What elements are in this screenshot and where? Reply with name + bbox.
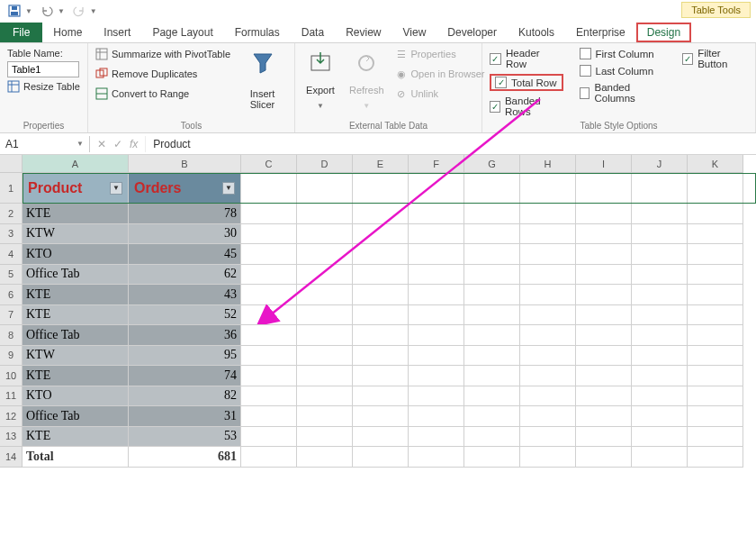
cell[interactable] [241, 305, 297, 326]
tab-view[interactable]: View [392, 23, 437, 42]
cell[interactable] [576, 346, 632, 367]
cell[interactable] [520, 265, 576, 286]
cell[interactable] [632, 204, 688, 224]
row-header[interactable]: 7 [0, 305, 22, 326]
cell[interactable] [241, 173, 297, 204]
cell[interactable] [464, 173, 520, 204]
cell[interactable] [353, 305, 409, 326]
row-header[interactable]: 14 [0, 447, 22, 468]
cell[interactable] [632, 346, 688, 367]
cell[interactable] [353, 366, 409, 386]
cell[interactable] [353, 447, 409, 468]
cell[interactable]: Office Tab [22, 406, 129, 427]
tab-kutools[interactable]: Kutools [508, 23, 565, 42]
cell[interactable] [576, 173, 632, 204]
cell[interactable] [464, 265, 520, 286]
cell[interactable] [576, 386, 632, 407]
table-name-input[interactable] [7, 61, 79, 77]
cell[interactable]: 78 [129, 204, 241, 224]
cell[interactable] [297, 427, 353, 448]
first-column-checkbox[interactable]: First Column [580, 47, 667, 60]
cell[interactable]: KTE [22, 204, 129, 224]
cell[interactable] [520, 204, 576, 224]
cell[interactable]: 74 [129, 366, 241, 386]
row-header[interactable]: 13 [0, 427, 22, 448]
cell[interactable] [241, 244, 297, 265]
cell[interactable] [409, 325, 464, 346]
fx-icon[interactable]: fx [130, 138, 138, 150]
cell[interactable] [353, 204, 409, 224]
name-box[interactable]: A1▼ [0, 136, 90, 152]
open-browser-button[interactable]: ◉Open in Browser [395, 67, 485, 81]
cell[interactable] [464, 305, 520, 326]
cell[interactable] [353, 244, 409, 265]
cell[interactable] [576, 427, 632, 448]
enter-icon[interactable]: ✓ [113, 138, 122, 150]
cell[interactable] [464, 386, 520, 407]
cell[interactable] [241, 386, 297, 407]
cell[interactable]: 62 [129, 265, 241, 286]
cell[interactable] [409, 265, 464, 286]
cell[interactable] [464, 346, 520, 367]
filter-icon[interactable]: ▼ [110, 182, 122, 195]
remove-duplicates-button[interactable]: Remove Duplicates [95, 67, 230, 81]
cell[interactable] [409, 305, 464, 326]
cell[interactable] [409, 224, 464, 245]
cell[interactable] [520, 386, 576, 407]
cell[interactable] [297, 346, 353, 367]
cell[interactable]: KTE [22, 366, 129, 386]
filter-button-checkbox[interactable]: Filter Button [682, 47, 748, 70]
row-header[interactable]: 11 [0, 386, 22, 407]
cell[interactable]: Office Tab [22, 265, 129, 286]
cell[interactable] [241, 285, 297, 305]
column-header[interactable]: F [409, 155, 464, 173]
cell[interactable] [688, 427, 743, 448]
cell[interactable] [632, 224, 688, 245]
column-header[interactable]: C [241, 155, 297, 173]
cell[interactable] [241, 447, 297, 468]
column-header[interactable]: A [22, 155, 129, 173]
tab-developer[interactable]: Developer [436, 23, 508, 42]
undo-dropdown-icon[interactable]: ▼ [58, 7, 65, 15]
row-header[interactable]: 12 [0, 406, 22, 427]
cell[interactable]: 82 [129, 386, 241, 407]
undo-icon[interactable] [38, 2, 56, 20]
cell[interactable]: 45 [129, 244, 241, 265]
cell[interactable] [409, 386, 464, 407]
column-header[interactable]: G [464, 155, 520, 173]
save-icon[interactable] [5, 2, 23, 20]
column-header[interactable]: E [353, 155, 409, 173]
cell[interactable] [688, 346, 743, 367]
cell[interactable] [241, 204, 297, 224]
cell[interactable] [520, 366, 576, 386]
cell[interactable] [409, 427, 464, 448]
cell[interactable] [632, 447, 688, 468]
cell[interactable] [688, 224, 743, 245]
cell[interactable] [297, 366, 353, 386]
cell[interactable] [688, 173, 743, 204]
cell[interactable] [576, 204, 632, 224]
cell[interactable] [353, 224, 409, 245]
cell[interactable] [409, 173, 464, 204]
cell[interactable]: KTO [22, 244, 129, 265]
cell[interactable] [241, 265, 297, 286]
cell[interactable] [464, 447, 520, 468]
cell[interactable] [520, 285, 576, 305]
cell[interactable] [464, 366, 520, 386]
cell[interactable] [464, 427, 520, 448]
cell[interactable] [520, 173, 576, 204]
cell[interactable] [464, 406, 520, 427]
row-header[interactable]: 10 [0, 366, 22, 386]
cell[interactable] [409, 406, 464, 427]
convert-range-button[interactable]: Convert to Range [95, 86, 230, 101]
cell[interactable]: Total [22, 447, 129, 468]
cell[interactable] [409, 204, 464, 224]
cell[interactable] [297, 406, 353, 427]
cell[interactable] [297, 325, 353, 346]
cell[interactable]: Office Tab [22, 325, 129, 346]
filter-icon[interactable]: ▼ [222, 182, 235, 195]
cell[interactable]: 95 [129, 346, 241, 367]
cell[interactable] [297, 265, 353, 286]
cell[interactable]: 53 [129, 427, 241, 448]
cell[interactable] [632, 406, 688, 427]
